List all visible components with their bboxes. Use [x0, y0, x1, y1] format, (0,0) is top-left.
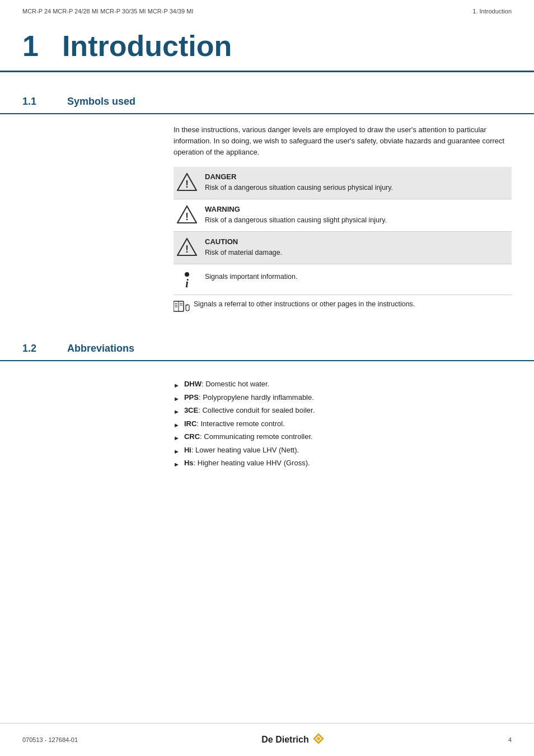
abbrev-bullet-6: ► — [174, 460, 180, 470]
ref-text: Signals a referral to other instructions… — [194, 300, 415, 310]
left-column — [22, 124, 174, 319]
intro-paragraph: In these instructions, various danger le… — [174, 124, 512, 158]
abbrev-left-col — [22, 371, 174, 470]
info-text-cell: Signals important information. — [203, 267, 512, 295]
warning-icon-cell-0: ! — [174, 167, 203, 199]
abbreviations-list: ► DHW: Domestic hot water. ► PPS: Polypr… — [174, 378, 512, 470]
section-1-2-header: 1.2 Abbreviations — [0, 333, 534, 361]
footer-page: 4 — [508, 736, 512, 743]
abbrev-item-1: ► PPS: Polypropylene hardly inflammable. — [174, 391, 512, 405]
abbrev-bullet-3: ► — [174, 421, 180, 431]
chapter-number: 1 — [22, 31, 39, 60]
header-right: 1. Introduction — [472, 8, 512, 15]
info-icon-cell: i — [174, 267, 203, 295]
chapter-title-block: 1 Introduction — [0, 19, 534, 72]
abbrev-item-0: ► DHW: Domestic hot water. — [174, 378, 512, 391]
warning-label-0: DANGER — [205, 172, 507, 181]
warning-triangle-icon-2: ! — [176, 237, 198, 256]
warning-desc-2: Risk of material damage. — [205, 248, 507, 258]
abbrev-text-2: 3CE: Collective conduit for sealed boile… — [184, 405, 315, 417]
abbrev-item-4: ► CRC: Communicating remote controller. — [174, 431, 512, 444]
ref-row: Signals a referral to other instructions… — [174, 300, 512, 316]
abbrev-text-0: DHW: Domestic hot water. — [184, 379, 269, 390]
footer-left: 070513 - 127684-01 — [22, 736, 78, 743]
abbrev-item-5: ► Hi: Lower heating value LHV (Nett). — [174, 444, 512, 458]
abbrev-item-6: ► Hs: Higher heating value HHV (Gross). — [174, 457, 512, 470]
info-dot — [185, 272, 189, 277]
ref-icon — [174, 300, 190, 316]
warning-triangle-icon-1: ! — [176, 205, 198, 224]
abbrev-text-1: PPS: Polypropylene hardly inflammable. — [184, 392, 314, 404]
info-letter: i — [185, 278, 189, 289]
svg-text:!: ! — [185, 244, 189, 255]
info-row: i Signals important information. — [174, 267, 512, 295]
section-1-1-number: 1.1 — [22, 96, 67, 108]
abbrev-item-3: ► IRC: Interactive remote control. — [174, 418, 512, 431]
svg-text:!: ! — [185, 179, 189, 190]
section-1-2-number: 1.2 — [22, 343, 67, 354]
info-table: i Signals important information. — [174, 267, 512, 295]
abbrev-bullet-4: ► — [174, 433, 180, 444]
abbrev-text-3: IRC: Interactive remote control. — [184, 418, 285, 430]
chapter-title: Introduction — [62, 29, 232, 63]
abbrev-bullet-0: ► — [174, 381, 180, 391]
section-1-2-content: ► DHW: Domestic hot water. ► PPS: Polypr… — [0, 371, 534, 470]
abbrev-item-2: ► 3CE: Collective conduit for sealed boi… — [174, 404, 512, 418]
section-1-2-title: Abbreviations — [67, 343, 134, 354]
logo-text: De Dietrich — [261, 735, 308, 745]
header-left: MCR-P 24 MCR-P 24/28 MI MCR-P 30/35 MI M… — [22, 8, 193, 15]
page-footer: 070513 - 127684-01 De Dietrich 4 — [0, 723, 534, 756]
svg-text:!: ! — [185, 211, 189, 222]
warning-row-2: ! CAUTION Risk of material damage. — [174, 232, 512, 264]
abbrev-bullet-2: ► — [174, 407, 180, 417]
warning-label-2: CAUTION — [205, 237, 507, 246]
right-column: In these instructions, various danger le… — [174, 124, 512, 319]
section-1-1-content: In these instructions, various danger le… — [0, 124, 534, 319]
warning-icon-cell-1: ! — [174, 199, 203, 232]
warning-text-cell-1: WARNING Risk of a dangerous situation ca… — [203, 199, 512, 232]
abbrev-text-5: Hi: Lower heating value LHV (Nett). — [184, 445, 299, 456]
warning-triangle-icon-0: ! — [176, 172, 198, 192]
section-1-1-header: 1.1 Symbols used — [0, 86, 534, 114]
abbrev-right-col: ► DHW: Domestic hot water. ► PPS: Polypr… — [174, 371, 512, 470]
info-icon: i — [176, 272, 198, 289]
warning-row-0: ! DANGER Risk of a dangerous situation c… — [174, 167, 512, 199]
warning-row-1: ! WARNING Risk of a dangerous situation … — [174, 199, 512, 232]
footer-logo: De Dietrich — [261, 732, 324, 747]
warning-text-cell-2: CAUTION Risk of material damage. — [203, 232, 512, 264]
page-header: MCR-P 24 MCR-P 24/28 MI MCR-P 30/35 MI M… — [0, 0, 534, 19]
section-1-1-title: Symbols used — [67, 96, 135, 108]
info-desc: Signals important information. — [205, 272, 507, 282]
warning-icon-cell-2: ! — [174, 232, 203, 264]
warning-table: ! DANGER Risk of a dangerous situation c… — [174, 167, 512, 264]
logo-diamond-icon — [312, 732, 325, 747]
warning-text-cell-0: DANGER Risk of a dangerous situation cau… — [203, 167, 512, 199]
warning-desc-1: Risk of a dangerous situation causing sl… — [205, 216, 507, 226]
abbrev-text-6: Hs: Higher heating value HHV (Gross). — [184, 458, 310, 469]
abbrev-bullet-1: ► — [174, 394, 180, 404]
abbrev-text-4: CRC: Communicating remote controller. — [184, 431, 313, 443]
abbrev-bullet-5: ► — [174, 447, 180, 457]
warning-label-1: WARNING — [205, 205, 507, 213]
warning-desc-0: Risk of a dangerous situation causing se… — [205, 183, 507, 193]
